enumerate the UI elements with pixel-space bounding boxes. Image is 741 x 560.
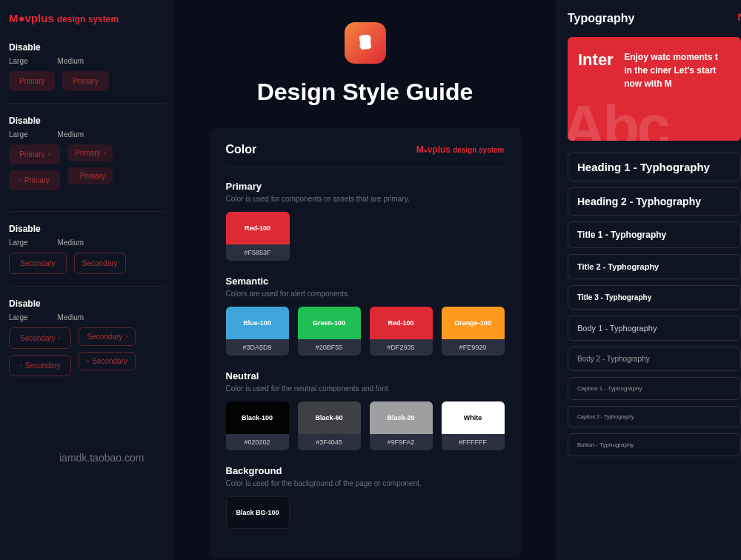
chevron-right-icon: › [19,177,21,184]
primary-button-chevron-medium: ›Primary [67,167,113,184]
swatch-name: White [442,401,505,434]
watermark: iamdk.taobao.com [59,452,144,464]
swatch-red-100: Red-100 #F5853F [226,212,290,261]
swatch-name: Black-100 [226,401,289,434]
typo-button: Button - Typhography [568,433,741,456]
neutral-section-title: Neutral [226,370,505,381]
secondary-button-chevron-medium: Secondary› [79,327,135,346]
swatch-hex: #DF2935 [370,339,433,356]
secondary-button-disabled: Secondary [74,253,126,274]
size-large: Large [9,239,28,247]
size-medium: Medium [58,57,84,65]
typo-caption-2: Caption 2 - Typhography [568,406,741,427]
swatch-hex: #9F9FA2 [370,434,433,450]
swatch-name: Red-100 [370,307,433,339]
secondary-button-disabled: Secondary [9,253,67,274]
abc-background: Abc [568,92,668,141]
left-panel: M●vplus design system Disable Large Medi… [0,0,174,560]
swatch-black-100: Black-100#020202 [226,401,289,450]
chevron-right-icon: › [125,333,127,340]
swatch-blue-100: Blue-100#3DA5D9 [226,307,289,356]
svg-rect-1 [359,35,371,50]
color-card: Color M●vplus design system Primary Colo… [210,128,521,559]
section-label: Disable [9,42,165,53]
size-large: Large [9,57,28,65]
primary-button-chevron: ›Primary [9,170,60,190]
size-medium: Medium [58,130,84,139]
secondary-button-chevron: ›Secondary [9,355,71,376]
font-showcase: Inter Enjoy watc moments t in the ciner … [568,37,741,141]
swatch-hex: #3F4045 [298,434,361,450]
typo-body-1: Body 1 - Typhography [568,316,741,341]
typo-body-2: Body 2 - Typhography [568,347,741,371]
swatch-black-20: Black-20#9F9FA2 [370,401,433,450]
swatch-hex: #3DA5D9 [226,339,289,356]
primary-section-title: Primary [226,181,505,192]
swatch-orange-100: Orange-100#FE9920 [442,307,505,356]
size-medium: Medium [58,313,84,321]
typo-heading-1: Heading 1 - Typhography [568,153,741,181]
semantic-section-title: Semantic [226,276,505,287]
chevron-right-icon: › [59,335,61,341]
section-label: Disable [9,299,165,309]
chevron-right-icon: › [47,151,50,158]
swatch-hex: #20BF55 [298,339,361,356]
secondary-button-chevron-medium: ›Secondary [79,352,135,370]
background-section-desc: Color is used for the background of the … [226,479,505,487]
size-large: Large [9,130,28,139]
card-brand: M●vplus design system [416,144,505,155]
swatch-name: Black BG-100 [226,496,290,529]
swatch-name: Orange-100 [442,307,505,339]
primary-button-chevron-medium: Primary› [67,144,113,161]
swatch-black-60: Black-60#3F4045 [298,401,361,450]
typo-caption-1: Caption 1 - Typhography [568,377,741,400]
typo-title-3: Title 3 - Typhography [568,285,741,310]
swatch-hex: #FE9920 [442,339,505,356]
swatch-hex: #F5853F [226,244,290,261]
swatch-name: Black-20 [370,401,433,434]
app-icon [345,22,386,64]
typo-heading-2: Heading 2 - Typhography [568,187,741,216]
primary-button-disabled-medium: Primary [62,71,108,91]
semantic-section-desc: Colors are used for alert components. [226,290,505,298]
chevron-right-icon: › [75,173,77,179]
typo-title-1: Title 1 - Typhography [568,221,741,248]
card-title: Color [226,143,257,156]
typography-title: Typography [568,12,741,25]
swatch-black-bg-100: Black BG-100 [226,496,290,529]
typo-title-2: Title 2 - Typhography [568,254,741,279]
swatch-name: Green-100 [298,307,361,339]
font-name: Inter [578,50,614,70]
size-medium: Medium [58,239,84,247]
section-label: Disable [9,224,165,234]
page-title: Design Style Guide [257,79,473,106]
swatch-red-semantic: Red-100#DF2935 [370,307,433,356]
secondary-button-chevron: Secondary› [9,327,71,349]
neutral-section-desc: Color is used for the neutral components… [226,384,505,393]
swatch-hex: #020202 [226,434,289,450]
brand-sub: design system [57,14,119,24]
swatch-name: Blue-100 [226,307,289,339]
swatch-green-100: Green-100#20BF55 [298,307,361,356]
size-large: Large [9,313,28,321]
primary-button-chevron: Primary› [9,144,60,164]
primary-section-desc: Color is used for components or assets t… [226,195,505,203]
primary-button-disabled-large: Primary [9,71,55,91]
chevron-right-icon: › [104,150,106,156]
chevron-right-icon: › [20,362,22,369]
card-stack-icon [355,33,376,53]
brand-logo: M●vplus design system [9,12,165,24]
right-panel: Typography N Inter Enjoy watc moments t … [556,0,741,560]
center-area: Design Style Guide Color M●vplus design … [174,0,556,560]
brand-letter: N [737,10,741,23]
background-section-title: Background [226,465,505,476]
swatch-hex: #FFFFFF [442,434,505,450]
swatch-white: White#FFFFFF [442,401,505,450]
swatch-name: Red-100 [226,212,290,244]
swatch-name: Black-60 [298,401,361,434]
font-tagline: Enjoy watc moments t in the ciner Let's … [624,50,720,90]
section-label: Disable [9,116,165,126]
chevron-right-icon: › [87,358,89,364]
